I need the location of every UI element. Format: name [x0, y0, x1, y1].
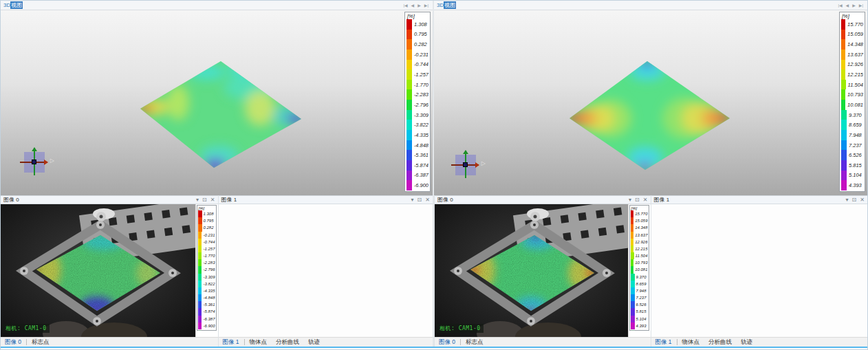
colorbar-swatch [406, 50, 412, 60]
colorbar-value: -0.744 [202, 240, 215, 244]
colorbar-swatch [841, 150, 847, 160]
window-bottom-strip [1, 347, 867, 350]
footer-element-item[interactable]: 标志点 [32, 338, 50, 347]
close-icon[interactable]: ✕ [643, 197, 648, 203]
footer-element-item[interactable]: 物体点 [682, 338, 700, 347]
colorbar-tick: -0.744 [406, 60, 428, 70]
camera-image[interactable]: 相机: CAM1-0 [1, 204, 195, 337]
footer-element-item[interactable]: 轨迹 [308, 338, 320, 347]
colorbar-tick: 1.308 [198, 210, 215, 217]
colorbar-tick: 14.348 [841, 39, 863, 50]
colorbar-legend: [%]1.3080.7950.282-0.231-0.744-1.257-1.7… [404, 12, 431, 192]
colorbar-value: -5.874 [202, 309, 215, 314]
colorbar-tick: -6.387 [406, 171, 428, 181]
colorbar-value: 15.059 [845, 31, 863, 37]
colorbar-tick: 9.370 [631, 274, 648, 281]
image1-content [651, 204, 868, 337]
view3d-panel-left: 3D 视图 |◀◀▶▶| [1, 1, 433, 195]
colorbar-tick: 0.795 [198, 217, 215, 224]
colorbar-swatch [406, 19, 412, 30]
last-frame-icon[interactable]: ▶| [424, 3, 428, 8]
tab-3d-view[interactable]: 3D 视图 [434, 1, 459, 10]
image0-title[interactable]: 图像 0 [3, 196, 19, 204]
footer-element-item[interactable]: 分析曲线 [708, 338, 732, 347]
footer-view-link[interactable]: 图像 1 [655, 338, 672, 347]
viewport-3d-right[interactable]: ▷ [%]15.77015.05914.34813.63712.92612.21… [434, 10, 867, 195]
tab-3d-view[interactable]: 3D 视图 [1, 1, 25, 10]
colorbar-tick: -6.900 [198, 322, 215, 329]
close-icon[interactable]: ✕ [425, 197, 430, 203]
colorbar-tick: 7.237 [631, 294, 648, 301]
pin-icon[interactable]: ⊡ [417, 197, 422, 203]
colorbar-value: -3.822 [412, 122, 428, 128]
dic-software-window: 3D 视图 |◀◀▶▶| [0, 0, 868, 350]
footer-element-item[interactable]: 分析曲线 [276, 338, 299, 347]
colorbar-tick: 11.504 [631, 252, 648, 259]
origin-cube [32, 160, 36, 164]
colorbar-swatch [406, 120, 412, 130]
image1-title[interactable]: 图像 1 [654, 196, 670, 204]
colorbar-value: -3.309 [202, 275, 215, 279]
colorbar-value: 0.282 [412, 41, 427, 47]
colorbar-value: -4.335 [202, 289, 215, 293]
footer-element-item[interactable]: 物体点 [250, 338, 268, 347]
colorbar-value: -4.335 [412, 132, 428, 138]
colorbar-tick: -6.387 [198, 316, 215, 322]
pin-icon[interactable]: ⊡ [635, 197, 640, 203]
dropdown-icon[interactable]: ▾ [846, 197, 849, 203]
close-icon[interactable]: ✕ [210, 197, 215, 203]
colorbar-tick: -1.257 [198, 245, 215, 252]
colorbar-tick: -4.848 [406, 140, 428, 151]
image1-title[interactable]: 图像 1 [221, 196, 237, 204]
colorbar-tick: 0.282 [406, 39, 428, 50]
footer-element-item[interactable]: 轨迹 [741, 338, 752, 347]
pin-icon[interactable]: ⊡ [852, 197, 857, 203]
colorbar-value: 8.659 [847, 122, 862, 128]
pin-icon[interactable]: ⊡ [202, 197, 207, 203]
viewport-3d-left[interactable]: ▷ [%]1.3080.7950.282-0.231-0.744-1.257-1… [1, 10, 433, 195]
colorbar-swatch [841, 140, 847, 151]
footer-view-link[interactable]: 图像 0 [5, 338, 21, 347]
colorbar-tick: -0.231 [406, 50, 428, 60]
colorbar-tick: 14.348 [631, 224, 648, 231]
view3d-panel-right: 3D 视图 |◀◀▶▶| [434, 1, 867, 195]
close-icon[interactable]: ✕ [860, 197, 865, 203]
next-frame-icon[interactable]: ▶ [417, 3, 421, 8]
bottom-row: 图像 0 ▾ ⊡ ✕ [1, 195, 867, 347]
colorbar-swatch [406, 89, 412, 100]
dropdown-icon[interactable]: ▾ [196, 197, 199, 203]
image0-content: 相机: CAM1-0 [%]15.77015.05914.34813.63712… [435, 204, 651, 337]
colorbar-swatch [406, 110, 412, 120]
colorbar-tick: 10.793 [631, 259, 648, 266]
top-row: 3D 视图 |◀◀▶▶| [1, 1, 867, 195]
colorbar-tick: -5.874 [406, 160, 428, 171]
footer-element-item[interactable]: 标志点 [466, 338, 484, 347]
image0-title[interactable]: 图像 0 [437, 196, 453, 204]
footer-view-link[interactable]: 图像 1 [223, 338, 239, 347]
next-frame-icon[interactable]: ▶ [852, 3, 856, 8]
footer-view-link[interactable]: 图像 0 [439, 338, 455, 347]
colorbar-tick: 5.104 [841, 171, 863, 181]
colorbar-value: 7.237 [635, 296, 647, 300]
colorbar-tick: 11.504 [841, 80, 863, 90]
colorbar-value: 8.659 [635, 282, 647, 286]
empty-view[interactable] [219, 204, 433, 337]
colorbar-value: 7.237 [847, 142, 862, 149]
dropdown-icon[interactable]: ▾ [629, 197, 631, 203]
colorbar-swatch [841, 80, 846, 90]
colorbar-legend: [%]1.3080.7950.282-0.231-0.744-1.257-1.7… [197, 205, 217, 331]
prev-frame-icon[interactable]: ◀ [411, 3, 415, 8]
last-frame-icon[interactable]: ▶| [859, 3, 863, 8]
colorbar-value: 11.504 [634, 254, 648, 258]
first-frame-icon[interactable]: |◀ [403, 3, 407, 8]
camera-image[interactable]: 相机: CAM1-0 [435, 204, 628, 337]
colorbar-tick: 0.795 [406, 30, 428, 40]
dropdown-icon[interactable]: ▾ [411, 197, 414, 203]
colorbar-value: 0.282 [202, 226, 214, 230]
strain-map-diamond-left [1, 10, 433, 195]
colorbar-tick: -0.744 [198, 239, 215, 245]
prev-frame-icon[interactable]: ◀ [846, 3, 849, 8]
first-frame-icon[interactable]: |◀ [838, 3, 842, 8]
empty-view[interactable] [651, 204, 868, 337]
footer-separator [460, 339, 461, 345]
